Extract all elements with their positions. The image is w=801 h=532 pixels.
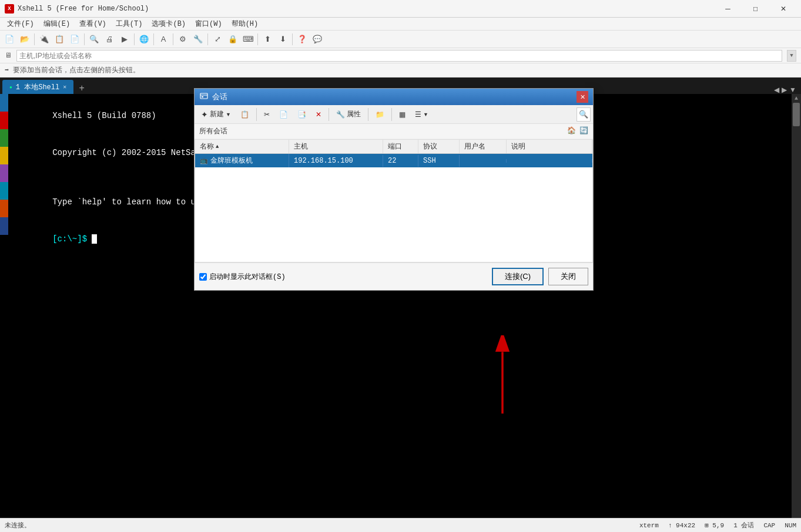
toolbar-open[interactable]: 📂 (18, 32, 32, 46)
toolbar-transfer1[interactable]: ⬆ (260, 32, 274, 46)
toolbar-chat[interactable]: 💬 (310, 32, 324, 46)
dialog-props-button[interactable]: 🔧 属性 (332, 107, 365, 122)
dialog-checkbox-area: 启动时显示此对话框(S) (199, 272, 286, 282)
toolbar-keyboard[interactable]: ⌨ (241, 32, 255, 46)
address-icon: 🖥 (5, 51, 12, 60)
menu-window[interactable]: 窗口(W) (190, 18, 227, 30)
col-header-desc[interactable]: 说明 (507, 140, 592, 153)
dialog-copy2-button[interactable]: 📋 (236, 107, 253, 122)
menu-view[interactable]: 查看(V) (75, 18, 111, 30)
close-button[interactable]: ✕ (770, 1, 796, 17)
show-at-start-label[interactable]: 启动时显示此对话框(S) (209, 272, 286, 282)
sep8 (292, 33, 293, 45)
menu-bar: 文件(F) 编辑(E) 查看(V) 工具(T) 选项卡(B) 窗口(W) 帮助(… (0, 18, 801, 31)
view-dropdown-icon: ▼ (423, 112, 428, 117)
tab-next[interactable]: ▶ (782, 86, 787, 94)
session-port-cell: 22 (383, 155, 418, 167)
toolbar-cmd[interactable]: ▶ (118, 32, 132, 46)
copy2-icon: 📋 (240, 110, 249, 119)
dialog-close-button[interactable]: 关闭 (548, 268, 588, 285)
dialog-view-grid-button[interactable]: ▦ (395, 107, 410, 122)
sep3 (134, 33, 135, 45)
dialog-cut-button[interactable]: ✂ (260, 107, 274, 122)
dialog-close-title-button[interactable]: ✕ (577, 91, 588, 103)
sep1 (34, 33, 35, 45)
session-list-area[interactable]: 名称 ▲ 主机 端口 协议 用户名 说明 📺 金牌班模板机 (195, 139, 593, 262)
dialog-copy3-button[interactable]: 📑 (293, 107, 310, 122)
session-list-header: 名称 ▲ 主机 端口 协议 用户名 说明 (195, 140, 592, 154)
scroll-up[interactable]: ▲ (795, 94, 798, 102)
scrollbar[interactable]: ▲ ▼ (792, 94, 801, 532)
tab-local-shell[interactable]: ● 1 本地Shell ✕ (2, 80, 73, 94)
menu-file[interactable]: 文件(F) (2, 18, 39, 30)
tab-menu[interactable]: ▼ (789, 86, 796, 94)
status-caps: CAP (763, 522, 775, 529)
tab-dot: ● (9, 85, 12, 90)
menu-tabs[interactable]: 选项卡(B) (147, 18, 190, 30)
menu-edit[interactable]: 编辑(E) (39, 18, 75, 30)
toolbar-expand[interactable]: ⤢ (210, 32, 224, 46)
sep2 (84, 33, 85, 45)
sidebar-bar-blue (0, 94, 8, 112)
dialog-footer: 启动时显示此对话框(S) 连接(C) 关闭 (195, 262, 593, 290)
menu-help[interactable]: 帮助(H) (227, 18, 263, 30)
col-header-host[interactable]: 主机 (289, 140, 383, 153)
toolbar-lock[interactable]: 🔒 (226, 32, 240, 46)
toolbar-print[interactable]: 🖨 (102, 32, 116, 46)
col-header-name[interactable]: 名称 ▲ (195, 140, 289, 153)
sidebar-bar-red (0, 112, 8, 129)
sep7 (257, 33, 258, 45)
sidebar-bar-navy (0, 217, 8, 235)
toolbar-new[interactable]: 📄 (2, 32, 16, 46)
menu-tools[interactable]: 工具(T) (111, 18, 148, 30)
section-icon1[interactable]: 🏠 (567, 126, 576, 135)
status-position: ⊞ 5,9 (705, 521, 724, 529)
show-at-start-checkbox[interactable] (199, 273, 207, 281)
col-header-protocol[interactable]: 协议 (418, 140, 460, 153)
address-dropdown[interactable]: ▼ (787, 50, 796, 62)
sessions-icon (200, 93, 208, 101)
address-input[interactable] (16, 50, 782, 62)
add-tab-button[interactable]: + (76, 82, 88, 94)
dialog-new-button[interactable]: ✦ 新建 ▼ (197, 107, 235, 122)
dialog-folder-button[interactable]: 📁 (371, 107, 388, 122)
toolbar-transfer2[interactable]: ⬇ (276, 32, 290, 46)
new-dropdown-icon: ▼ (226, 112, 231, 117)
dialog-search-icon[interactable]: 🔍 (577, 107, 591, 122)
address-bar: 🖥 ▼ (0, 48, 801, 63)
toolbar-help[interactable]: ❓ (295, 32, 309, 46)
session-hint: ➡ 要添加当前会话，点击左侧的箭头按钮。 (5, 65, 140, 75)
toolbar-paste[interactable]: 📄 (68, 32, 82, 46)
dlg-sep4 (391, 108, 392, 121)
app-icon: X (5, 4, 14, 14)
toolbar-font[interactable]: A (156, 32, 170, 46)
dialog-view-list-button[interactable]: ☰ ▼ (411, 107, 433, 122)
session-desc-cell (507, 159, 592, 163)
toolbar-find[interactable]: 🔍 (87, 32, 101, 46)
scroll-thumb[interactable] (793, 103, 800, 126)
col-header-port[interactable]: 端口 (383, 140, 418, 153)
tab-prev[interactable]: ◀ (774, 86, 779, 94)
session-row[interactable]: 📺 金牌班模板机 192.168.15.100 22 SSH (195, 154, 592, 167)
toolbar-copy[interactable]: 📋 (52, 32, 66, 46)
section-icon2[interactable]: 🔄 (579, 126, 588, 135)
toolbar: 📄 📂 🔌 📋 📄 🔍 🖨 ▶ 🌐 A ⚙ 🔧 ⤢ 🔒 ⌨ ⬆ ⬇ ❓ 💬 (0, 31, 801, 48)
maximize-button[interactable]: □ (742, 1, 769, 17)
minimize-button[interactable]: ─ (715, 1, 741, 17)
toolbar-settings1[interactable]: ⚙ (176, 32, 190, 46)
toolbar-connect[interactable]: 🔌 (37, 32, 51, 46)
session-row-icon: 📺 (200, 157, 208, 164)
session-name-cell: 📺 金牌班模板机 (195, 154, 289, 167)
window-controls: ─ □ ✕ (715, 1, 796, 17)
tab-nav: ◀ ▶ ▼ (772, 86, 799, 94)
toolbar-settings2[interactable]: 🔧 (191, 32, 205, 46)
col-header-username[interactable]: 用户名 (460, 140, 507, 153)
toolbar-web[interactable]: 🌐 (137, 32, 151, 46)
dialog-title-bar: 会话 ✕ (195, 89, 593, 105)
dialog-paste-button[interactable]: 📄 (275, 107, 292, 122)
view-grid-icon: ▦ (399, 110, 405, 119)
dialog-delete-button[interactable]: ✕ (311, 107, 326, 122)
tab-close-icon[interactable]: ✕ (63, 83, 66, 90)
connect-button[interactable]: 连接(C) (492, 268, 544, 285)
sidebar-bar-green (0, 129, 8, 147)
